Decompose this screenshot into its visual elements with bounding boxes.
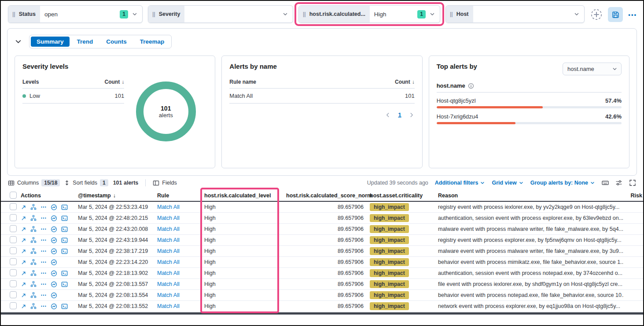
alert-rule-link[interactable]: Match All <box>157 281 180 287</box>
more-actions-button[interactable] <box>40 281 47 287</box>
row-checkbox[interactable] <box>10 269 17 276</box>
expand-alert-button[interactable] <box>21 293 26 298</box>
filter-pill-host-risk[interactable]: || host.risk.calculated... High 1 <box>298 5 440 23</box>
filter-pill-severity[interactable]: || Severity <box>148 5 293 23</box>
session-view-button[interactable] <box>61 204 68 211</box>
saved-query-menu-button[interactable]: ••• <box>628 11 637 18</box>
investigate-in-timeline-button[interactable] <box>51 292 57 299</box>
row-checkbox[interactable] <box>10 214 17 221</box>
more-actions-button[interactable] <box>40 303 47 309</box>
page-number-1[interactable]: 1 <box>398 111 401 118</box>
session-view-button[interactable] <box>61 215 68 222</box>
more-actions-button[interactable] <box>40 292 47 298</box>
filter-pill-status[interactable]: || Status open 1 <box>8 5 143 23</box>
expand-alert-button[interactable] <box>21 226 26 232</box>
analyzer-button[interactable] <box>30 259 37 265</box>
row-checkbox[interactable] <box>10 291 17 298</box>
column-header-count[interactable]: Count ↓ <box>105 79 125 85</box>
header-risk-level[interactable]: host.risk.calculated_level <box>204 193 286 199</box>
investigate-in-timeline-button[interactable] <box>51 248 57 255</box>
row-checkbox[interactable] <box>10 225 17 232</box>
alert-rule-link[interactable]: Match All <box>157 237 180 243</box>
session-view-button[interactable] <box>61 226 68 233</box>
row-checkbox[interactable] <box>10 280 17 287</box>
analyzer-button[interactable] <box>30 303 37 309</box>
row-checkbox[interactable] <box>10 236 17 243</box>
alert-rule-link[interactable]: Match All <box>157 292 180 298</box>
filter-pill-host[interactable]: || Host <box>445 5 585 23</box>
session-view-button[interactable] <box>61 237 68 244</box>
session-view-button[interactable] <box>61 248 68 255</box>
tab-summary[interactable]: Summary <box>31 37 70 47</box>
session-view-button[interactable] <box>61 270 68 277</box>
display-options-button[interactable] <box>615 179 622 186</box>
alert-rule-link[interactable]: Match All <box>157 204 180 210</box>
session-view-button[interactable] <box>61 303 68 310</box>
tab-trend[interactable]: Trend <box>71 37 99 47</box>
session-view-button[interactable] <box>61 281 68 288</box>
expand-alert-button[interactable] <box>21 237 26 243</box>
investigate-in-timeline-button[interactable] <box>51 237 57 244</box>
previous-page-button[interactable] <box>385 112 391 118</box>
investigate-in-timeline-button[interactable] <box>51 303 57 310</box>
expand-alert-button[interactable] <box>21 259 26 265</box>
columns-button[interactable]: Columns 15/18 <box>8 179 60 186</box>
analyzer-button[interactable] <box>30 281 37 287</box>
horizontal-scrollbar[interactable] <box>1 312 643 315</box>
column-header-count[interactable]: Count ↓ <box>395 79 415 85</box>
investigate-in-timeline-button[interactable] <box>51 226 57 233</box>
alert-rule-link[interactable]: Match All <box>157 248 180 254</box>
expand-alert-button[interactable] <box>21 304 26 309</box>
additional-filters-button[interactable]: Additional filters <box>435 180 486 186</box>
fullscreen-button[interactable] <box>629 179 636 186</box>
analyzer-button[interactable] <box>30 215 37 221</box>
expand-alert-button[interactable] <box>21 204 26 210</box>
investigate-in-timeline-button[interactable] <box>51 270 57 277</box>
keyboard-shortcuts-button[interactable] <box>602 179 609 186</box>
row-checkbox[interactable] <box>10 302 17 309</box>
analyzer-button[interactable] <box>30 204 37 210</box>
grid-view-button[interactable]: Grid view <box>492 180 523 186</box>
expand-alert-button[interactable] <box>21 215 26 221</box>
more-actions-button[interactable] <box>40 215 47 221</box>
expand-alert-button[interactable] <box>21 270 26 276</box>
investigate-in-timeline-button[interactable] <box>51 204 57 211</box>
add-filter-button[interactable] <box>590 8 603 21</box>
collapse-section-button[interactable] <box>15 38 22 45</box>
row-checkbox[interactable] <box>10 247 17 254</box>
alert-rule-link[interactable]: Match All <box>157 270 180 276</box>
more-actions-button[interactable] <box>40 270 47 276</box>
alert-rule-link[interactable]: Match All <box>157 215 180 221</box>
row-checkbox[interactable] <box>10 258 17 265</box>
more-actions-button[interactable] <box>40 248 47 254</box>
tab-counts[interactable]: Counts <box>100 37 132 47</box>
investigate-in-timeline-button[interactable] <box>51 281 57 288</box>
tab-treemap[interactable]: Treemap <box>134 37 170 47</box>
next-page-button[interactable] <box>408 112 415 118</box>
info-icon[interactable] <box>468 83 474 89</box>
more-actions-button[interactable] <box>40 237 47 243</box>
investigate-in-timeline-button[interactable] <box>51 259 57 266</box>
alert-rule-link[interactable]: Match All <box>157 259 180 265</box>
sort-fields-button[interactable]: Sort fields 1 <box>64 179 108 186</box>
analyzer-button[interactable] <box>30 292 37 298</box>
analyzer-button[interactable] <box>30 237 37 243</box>
group-alerts-by-button[interactable]: Group alerts by: None <box>530 180 595 186</box>
select-all-checkbox[interactable] <box>10 192 17 199</box>
alert-rule-link[interactable]: Match All <box>157 303 180 309</box>
more-actions-button[interactable] <box>40 204 47 210</box>
header-rule[interactable]: Rule <box>157 193 204 199</box>
header-timestamp[interactable]: @timestamp↓ <box>78 193 157 199</box>
save-query-button[interactable] <box>608 7 623 22</box>
expand-alert-button[interactable] <box>21 248 26 254</box>
top-alerts-field-select[interactable]: host.name <box>563 63 622 75</box>
alert-rule-link[interactable]: Match All <box>157 226 180 232</box>
more-actions-button[interactable] <box>40 259 47 265</box>
header-criticality[interactable]: host.asset.criticality <box>370 193 438 199</box>
analyzer-button[interactable] <box>30 248 37 254</box>
more-actions-button[interactable] <box>40 226 47 232</box>
header-risk-score[interactable]: host.risk.calculated_score_norm <box>286 193 370 199</box>
investigate-in-timeline-button[interactable] <box>51 215 57 222</box>
analyzer-button[interactable] <box>30 226 37 232</box>
row-checkbox[interactable] <box>10 203 17 210</box>
